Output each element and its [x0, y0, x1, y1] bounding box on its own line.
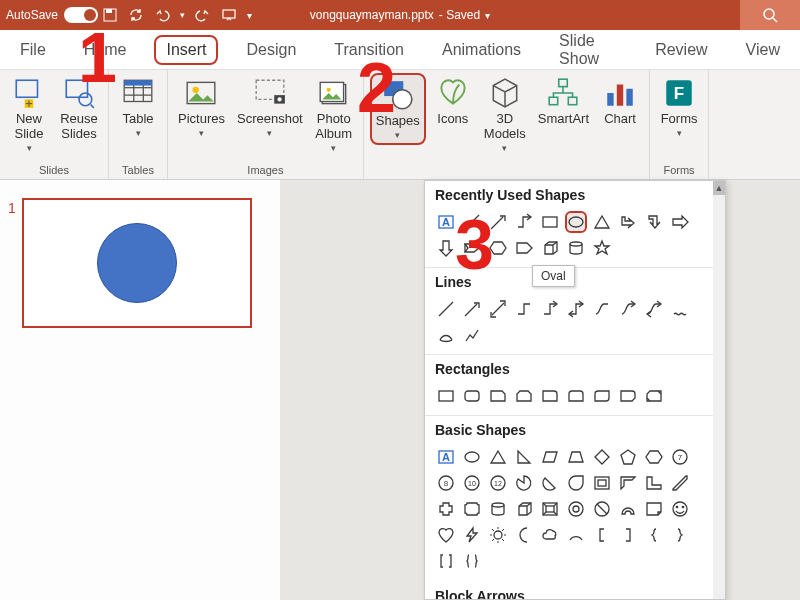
scrollbar[interactable]: ▲ — [713, 181, 725, 599]
save-icon[interactable] — [102, 7, 118, 23]
shape-pentagon-arrow[interactable] — [513, 237, 535, 259]
shape-line-8[interactable] — [617, 298, 639, 320]
reuse-slides-button[interactable]: Reuse Slides — [56, 73, 102, 145]
shape-textbox[interactable]: A — [435, 211, 457, 233]
chart-button[interactable]: Chart — [597, 73, 643, 130]
sync-icon[interactable] — [128, 7, 144, 23]
tab-home[interactable]: Home — [74, 37, 137, 63]
tab-design[interactable]: Design — [236, 37, 306, 63]
shape-can[interactable] — [565, 237, 587, 259]
redo-icon[interactable] — [195, 7, 211, 23]
shape-plaque[interactable] — [461, 498, 483, 520]
shape-chord[interactable] — [539, 472, 561, 494]
shape-bracket-l[interactable] — [591, 524, 613, 546]
shape-line-10[interactable] — [669, 298, 691, 320]
shape-oval[interactable] — [565, 211, 587, 233]
shape-line-7[interactable] — [591, 298, 613, 320]
smartart-button[interactable]: SmartArt — [534, 73, 593, 130]
shape-pie[interactable] — [513, 472, 535, 494]
shape-notched-right-arrow[interactable] — [461, 237, 483, 259]
shape-arrow-right-elbow[interactable] — [617, 211, 639, 233]
shape-heptagon[interactable]: 7 — [669, 446, 691, 468]
shape-line-5[interactable] — [539, 298, 561, 320]
shape-cube[interactable] — [539, 237, 561, 259]
shape-rect-2[interactable] — [461, 385, 483, 407]
shape-hexagon[interactable] — [487, 237, 509, 259]
shape-brace-l[interactable] — [643, 524, 665, 546]
qat-customize-icon[interactable]: ▾ — [247, 10, 252, 21]
shape-hexagon-2[interactable] — [643, 446, 665, 468]
shape-right-triangle[interactable] — [513, 446, 535, 468]
shape-frame[interactable] — [591, 472, 613, 494]
autosave-toggle[interactable] — [64, 7, 98, 23]
shape-cloud[interactable] — [539, 524, 561, 546]
shape-arrow-down-elbow[interactable] — [643, 211, 665, 233]
shape-sun[interactable] — [487, 524, 509, 546]
shape-rect-1[interactable] — [435, 385, 457, 407]
pictures-button[interactable]: Pictures ▾ — [174, 73, 229, 141]
shape-line-arrow[interactable] — [487, 211, 509, 233]
shape-half-frame[interactable] — [617, 472, 639, 494]
shape-arrow-right[interactable] — [669, 211, 691, 233]
shape-triangle[interactable] — [591, 211, 613, 233]
saved-dropdown-icon[interactable]: ▾ — [485, 10, 490, 21]
shape-diamond[interactable] — [591, 446, 613, 468]
shape-bracket-pair[interactable] — [435, 550, 457, 572]
shape-line-2[interactable] — [461, 298, 483, 320]
icons-button[interactable]: Icons — [430, 73, 476, 130]
shape-cube-2[interactable] — [513, 498, 535, 520]
shape-octagon[interactable]: 8 — [435, 472, 457, 494]
shape-plus[interactable] — [435, 498, 457, 520]
shape-rect-8[interactable] — [617, 385, 639, 407]
shape-brace-pair[interactable] — [461, 550, 483, 572]
shape-brace-r[interactable] — [669, 524, 691, 546]
shape-decagon[interactable]: 10 — [461, 472, 483, 494]
new-slide-button[interactable]: New Slide ▾ — [6, 73, 52, 156]
shape-rectangle[interactable] — [539, 211, 561, 233]
shape-donut[interactable] — [565, 498, 587, 520]
tab-review[interactable]: Review — [645, 37, 717, 63]
shape-line-11[interactable] — [435, 324, 457, 346]
shape-triangle-2[interactable] — [487, 446, 509, 468]
shape-rect-9[interactable] — [643, 385, 665, 407]
slide-thumbnail-1[interactable] — [22, 198, 252, 328]
shape-blockarc[interactable] — [617, 498, 639, 520]
shape-nosymbol[interactable] — [591, 498, 613, 520]
forms-button[interactable]: F Forms ▾ — [656, 73, 702, 141]
search-button[interactable] — [740, 0, 800, 30]
shape-star5[interactable] — [591, 237, 613, 259]
shape-rect-6[interactable] — [565, 385, 587, 407]
tab-insert[interactable]: Insert — [154, 35, 218, 65]
shape-smiley[interactable] — [669, 498, 691, 520]
shape-lshape[interactable] — [643, 472, 665, 494]
3d-models-button[interactable]: 3D Models ▾ — [480, 73, 530, 156]
shape-oval-2[interactable] — [461, 446, 483, 468]
shape-foldedcorner[interactable] — [643, 498, 665, 520]
shape-bevel[interactable] — [539, 498, 561, 520]
tab-file[interactable]: File — [10, 37, 56, 63]
shape-parallelogram[interactable] — [539, 446, 561, 468]
tab-transitions[interactable]: Transition — [324, 37, 414, 63]
table-button[interactable]: Table ▾ — [115, 73, 161, 141]
from-beginning-icon[interactable] — [221, 7, 237, 23]
shape-heart[interactable] — [435, 524, 457, 546]
shape-line-12[interactable] — [461, 324, 483, 346]
tab-slideshow[interactable]: Slide Show — [549, 28, 627, 72]
shape-arc[interactable] — [565, 524, 587, 546]
shape-teardrop[interactable] — [565, 472, 587, 494]
shape-line-9[interactable] — [643, 298, 665, 320]
shape-lightning[interactable] — [461, 524, 483, 546]
photo-album-button[interactable]: Photo Album ▾ — [311, 73, 357, 156]
shape-line-3[interactable] — [487, 298, 509, 320]
shape-line-1[interactable] — [435, 298, 457, 320]
shape-moon[interactable] — [513, 524, 535, 546]
shape-trapezoid[interactable] — [565, 446, 587, 468]
screenshot-button[interactable]: Screenshot ▾ — [233, 73, 307, 141]
undo-icon[interactable] — [154, 7, 170, 23]
shape-can-2[interactable] — [487, 498, 509, 520]
shapes-button[interactable]: Shapes ▾ — [370, 73, 426, 145]
shape-arrow-down[interactable] — [435, 237, 457, 259]
tab-animations[interactable]: Animations — [432, 37, 531, 63]
shape-rect-4[interactable] — [513, 385, 535, 407]
shape-line-6[interactable] — [565, 298, 587, 320]
